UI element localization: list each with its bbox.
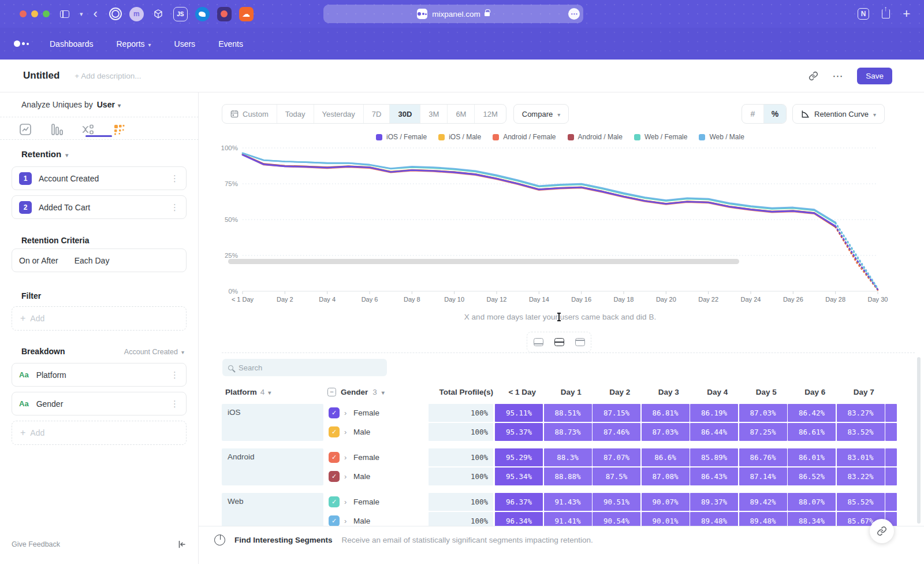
- retention-cell[interactable]: 83.52%: [837, 423, 885, 441]
- nav-item-users[interactable]: Users: [174, 39, 196, 49]
- retention-cell[interactable]: 95.29%: [495, 448, 543, 466]
- retention-cell[interactable]: 87.07%: [593, 448, 640, 466]
- extension-icon-js[interactable]: JS: [173, 7, 188, 21]
- layout-chart-only-button[interactable]: [530, 335, 547, 350]
- legend-item-web-male[interactable]: Web / Male: [699, 133, 744, 141]
- range-7d[interactable]: 7D: [364, 105, 390, 123]
- browser-sidebar-icon[interactable]: [60, 10, 69, 18]
- give-feedback-link[interactable]: Give Feedback: [12, 540, 60, 548]
- platform-cell[interactable]: Web: [222, 493, 323, 526]
- collapse-sidebar-icon[interactable]: [177, 540, 187, 549]
- notion-icon[interactable]: N: [858, 8, 869, 20]
- back-icon[interactable]: [94, 10, 98, 17]
- column-day-3[interactable]: Day 3: [644, 388, 694, 396]
- retention-cell[interactable]: 87.14%: [739, 467, 787, 485]
- breakdown-platform[interactable]: Aa Platform: [12, 363, 187, 387]
- retention-cell[interactable]: 86.43%: [690, 467, 738, 485]
- retention-cell[interactable]: 87.03%: [642, 423, 690, 441]
- vertical-scrollbar[interactable]: [917, 357, 921, 524]
- chevron-right-icon[interactable]: [344, 498, 353, 506]
- column-day-7[interactable]: Day 7: [840, 388, 889, 396]
- platform-cell[interactable]: Android: [222, 448, 323, 485]
- retention-cell[interactable]: 87.5%: [593, 467, 640, 485]
- column-day-6[interactable]: Day 6: [791, 388, 840, 396]
- report-title[interactable]: Untitled: [23, 70, 59, 81]
- kebab-menu-icon[interactable]: [170, 173, 179, 184]
- retention-cell[interactable]: 86.6%: [642, 448, 690, 466]
- series-checkbox[interactable]: [329, 515, 340, 526]
- copy-link-icon[interactable]: [808, 71, 818, 81]
- retention-cell[interactable]: 85.52%: [837, 493, 885, 511]
- column-day-5[interactable]: Day 5: [742, 388, 791, 396]
- range-3m[interactable]: 3M: [420, 105, 448, 123]
- retention-cell[interactable]: 86.19%: [690, 404, 738, 422]
- retention-cell[interactable]: 86.01%: [788, 448, 836, 466]
- range-6m[interactable]: 6M: [448, 105, 475, 123]
- url-more-icon[interactable]: [568, 8, 580, 20]
- nav-item-reports[interactable]: Reports: [117, 39, 151, 49]
- retention-cell[interactable]: 85.89%: [690, 448, 738, 466]
- column-gender[interactable]: Gender 3: [327, 388, 433, 396]
- retention-line-chart[interactable]: [243, 148, 880, 296]
- line-series-web-male[interactable]: [243, 153, 836, 222]
- kebab-menu-icon[interactable]: [170, 202, 179, 213]
- series-checkbox[interactable]: [329, 452, 340, 463]
- compare-button[interactable]: Compare: [513, 104, 569, 124]
- more-options-icon[interactable]: [832, 69, 843, 83]
- share-link-fab[interactable]: [870, 519, 894, 543]
- retention-cell[interactable]: 87.08%: [642, 467, 690, 485]
- legend-item-web-female[interactable]: Web / Female: [634, 133, 687, 141]
- new-tab-icon[interactable]: [903, 6, 910, 21]
- share-icon[interactable]: [882, 9, 890, 18]
- save-button[interactable]: Save: [857, 68, 892, 84]
- maximize-window-button[interactable]: [43, 10, 50, 17]
- close-window-button[interactable]: [20, 10, 27, 17]
- retention-cell[interactable]: 86.42%: [788, 404, 836, 422]
- retention-cell[interactable]: 89.48%: [690, 512, 738, 526]
- retention-cell[interactable]: 96.34%: [495, 512, 543, 526]
- extension-icon-bird[interactable]: [195, 7, 210, 21]
- retention-section-header[interactable]: Retention: [21, 149, 68, 159]
- chevron-right-icon[interactable]: [344, 472, 353, 481]
- chevron-right-icon[interactable]: [344, 517, 353, 525]
- series-checkbox[interactable]: [329, 426, 340, 437]
- column-day-4[interactable]: Day 4: [693, 388, 742, 396]
- extension-icon-avatar[interactable]: m: [129, 7, 144, 21]
- series-checkbox[interactable]: [329, 407, 340, 418]
- retention-cell[interactable]: 96.37%: [495, 493, 543, 511]
- breakdown-gender[interactable]: Aa Gender: [12, 392, 187, 415]
- retention-cell[interactable]: 83.01%: [837, 448, 885, 466]
- find-segments-link[interactable]: Find Interesting Segments: [234, 536, 333, 544]
- minimize-window-button[interactable]: [31, 10, 38, 17]
- retention-cell[interactable]: 87.03%: [739, 404, 787, 422]
- criteria-operator[interactable]: On or After: [19, 256, 58, 265]
- range-today[interactable]: Today: [277, 105, 314, 123]
- extension-icon-cube[interactable]: [151, 7, 166, 21]
- tab-funnels-icon[interactable]: [49, 123, 65, 136]
- retention-cell[interactable]: 89.42%: [739, 493, 787, 511]
- range-30d[interactable]: 30D: [390, 105, 420, 123]
- legend-item-android-female[interactable]: Android / Female: [493, 133, 556, 141]
- chart-type-selector[interactable]: Retention Curve: [792, 104, 885, 124]
- retention-cell[interactable]: 86.52%: [788, 467, 836, 485]
- layout-split-button[interactable]: [550, 335, 568, 350]
- retention-cell[interactable]: 90.07%: [642, 493, 690, 511]
- extension-icon-raindrop[interactable]: [217, 7, 232, 21]
- retention-cell[interactable]: 86.81%: [642, 404, 690, 422]
- retention-cell[interactable]: 88.88%: [544, 467, 592, 485]
- retention-cell[interactable]: 83.22%: [837, 467, 885, 485]
- retention-cell[interactable]: 86.44%: [690, 423, 738, 441]
- retention-cell[interactable]: 88.34%: [788, 512, 836, 526]
- retention-cell[interactable]: 88.73%: [544, 423, 592, 441]
- tab-retention-icon[interactable]: [111, 123, 127, 136]
- kebab-menu-icon[interactable]: [170, 399, 179, 409]
- format-percent-button[interactable]: %: [764, 105, 786, 123]
- series-checkbox[interactable]: [329, 496, 340, 507]
- format-absolute-button[interactable]: #: [742, 105, 764, 123]
- line-series-android-female[interactable]: [243, 155, 836, 227]
- retention-cell[interactable]: 87.46%: [593, 423, 640, 441]
- retention-cell[interactable]: 90.51%: [593, 493, 640, 511]
- add-filter-button[interactable]: Add: [12, 306, 187, 331]
- mixpanel-logo-icon[interactable]: [14, 40, 29, 47]
- nav-item-events[interactable]: Events: [218, 39, 243, 49]
